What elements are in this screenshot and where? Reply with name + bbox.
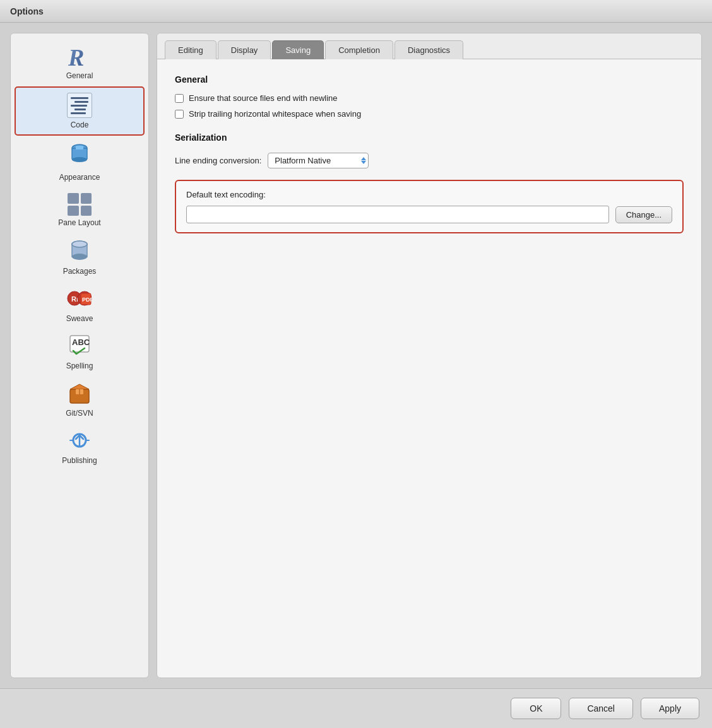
git-svn-icon	[68, 382, 92, 406]
sidebar-item-code[interactable]: Code	[15, 86, 145, 136]
sidebar-item-git-svn[interactable]: Git/SVN	[15, 377, 145, 423]
encoding-input-row: Change...	[186, 206, 672, 223]
encoding-box: Default text encoding: Change...	[175, 180, 684, 233]
svg-text:PDF: PDF	[82, 296, 92, 303]
checkbox-row-newline: Ensure that source files end with newlin…	[175, 93, 684, 103]
svg-marker-18	[70, 384, 89, 389]
checkbox-row-whitespace: Strip trailing horizontal whitespace whe…	[175, 109, 684, 119]
sidebar-item-publishing-label: Publishing	[62, 456, 97, 465]
checkbox-whitespace-label: Strip trailing horizontal whitespace whe…	[189, 109, 361, 119]
tab-display[interactable]: Display	[218, 40, 271, 59]
sidebar-item-appearance[interactable]: Appearance	[15, 137, 145, 187]
apply-button[interactable]: Apply	[641, 698, 699, 719]
spelling-icon: ABC	[68, 334, 91, 359]
serialization-section-title: Serialization	[175, 132, 684, 143]
checkbox-newline-label: Ensure that source files end with newlin…	[189, 93, 338, 103]
tab-editing[interactable]: Editing	[165, 40, 217, 59]
title-bar: Options	[0, 0, 712, 23]
sidebar-item-sweave-label: Sweave	[66, 314, 93, 323]
ok-button[interactable]: OK	[511, 698, 561, 719]
sidebar-item-publishing[interactable]: Publishing	[15, 424, 145, 470]
encoding-input[interactable]	[186, 206, 609, 223]
checkbox-whitespace[interactable]	[175, 110, 184, 119]
sidebar-item-pane-layout[interactable]: Pane Layout	[15, 188, 145, 232]
general-section-title: General	[175, 74, 684, 85]
sidebar-item-sweave[interactable]: Rn w PDF Sweave	[15, 282, 145, 328]
svg-rect-4	[76, 146, 83, 150]
line-ending-select-wrapper: Platform Native Windows (CR/LF) Posix (L…	[268, 153, 369, 168]
cancel-button[interactable]: Cancel	[569, 698, 633, 719]
line-ending-row: Line ending conversion: Platform Native …	[175, 153, 684, 168]
sidebar: R General Code	[10, 33, 149, 678]
window-title: Options	[10, 6, 44, 16]
change-button[interactable]: Change...	[615, 206, 672, 223]
sidebar-item-git-svn-label: Git/SVN	[66, 409, 93, 418]
line-ending-label: Line ending conversion:	[175, 156, 261, 165]
tab-content-saving: General Ensure that source files end wit…	[157, 59, 701, 678]
checkbox-newline[interactable]	[175, 94, 184, 103]
r-icon: R	[66, 44, 93, 69]
svg-point-7	[72, 254, 87, 260]
tab-diagnostics[interactable]: Diagnostics	[395, 40, 463, 59]
sidebar-item-general[interactable]: R General	[15, 38, 145, 85]
sidebar-item-appearance-label: Appearance	[59, 173, 100, 182]
code-icon	[67, 93, 92, 118]
sidebar-item-spelling[interactable]: ABC Spelling	[15, 329, 145, 375]
sidebar-item-spelling-label: Spelling	[66, 361, 93, 370]
tab-bar: Editing Display Saving Completion Diagno…	[157, 33, 701, 59]
line-ending-select[interactable]: Platform Native Windows (CR/LF) Posix (L…	[268, 153, 369, 168]
sidebar-item-code-label: Code	[71, 120, 89, 129]
main-content: Editing Display Saving Completion Diagno…	[157, 33, 702, 678]
encoding-label: Default text encoding:	[186, 190, 672, 199]
sweave-icon: Rn w PDF	[67, 287, 92, 312]
sidebar-item-general-label: General	[66, 71, 93, 80]
publishing-icon	[68, 429, 91, 454]
svg-point-8	[72, 241, 87, 247]
tab-saving[interactable]: Saving	[272, 40, 324, 59]
svg-text:ABC: ABC	[72, 338, 90, 347]
tab-completion[interactable]: Completion	[325, 40, 393, 59]
sidebar-item-pane-layout-label: Pane Layout	[58, 218, 100, 227]
packages-icon	[68, 238, 92, 264]
pane-layout-icon	[68, 193, 92, 216]
appearance-icon	[68, 142, 92, 170]
sidebar-item-packages[interactable]: Packages	[15, 233, 145, 281]
svg-point-3	[72, 157, 87, 162]
sidebar-item-packages-label: Packages	[63, 267, 97, 276]
bottom-bar: OK Cancel Apply	[0, 688, 712, 728]
svg-text:R: R	[68, 44, 84, 68]
